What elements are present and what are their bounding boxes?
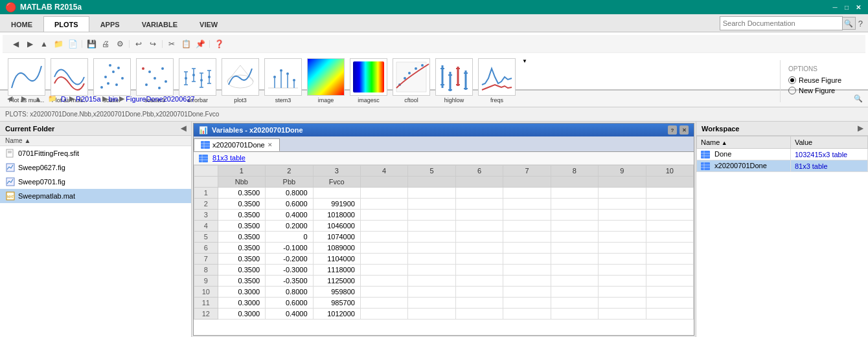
workspace-toggle[interactable]: ▶ bbox=[858, 124, 863, 133]
table-row[interactable]: 8 0.3500 -0.3000 1118000 bbox=[194, 265, 694, 276]
table-row[interactable]: 10 0.3000 0.8000 959800 bbox=[194, 287, 694, 298]
cell-pbb[interactable]: -0.1000 bbox=[266, 243, 313, 254]
cell-pbb[interactable]: 0.4000 bbox=[266, 210, 313, 221]
cell-fvco[interactable]: 991900 bbox=[313, 199, 360, 210]
cell-fvco[interactable]: 1089000 bbox=[313, 243, 360, 254]
cell-pbb[interactable]: 0.6000 bbox=[266, 298, 313, 309]
up-button[interactable]: ▲ bbox=[32, 93, 44, 105]
workspace-row[interactable]: Done 1032415x3 table bbox=[697, 149, 868, 160]
cell-fvco[interactable]: 1074000 bbox=[313, 232, 360, 243]
cell-pbb[interactable]: 0.8000 bbox=[266, 188, 313, 199]
cell-pbb[interactable]: -0.2000 bbox=[266, 254, 313, 265]
tab-variable[interactable]: VARIABLE bbox=[131, 16, 188, 32]
current-folder-toggle[interactable]: ◀ bbox=[181, 124, 186, 133]
col-header-6[interactable]: 6 bbox=[455, 166, 503, 177]
var-tab-main[interactable]: x20200701Done ✕ bbox=[194, 138, 280, 151]
table-link[interactable]: 81x3 table bbox=[212, 154, 246, 162]
variables-close-btn[interactable]: ✕ bbox=[680, 125, 689, 135]
col-header-4[interactable]: 4 bbox=[360, 166, 407, 177]
cell-fvco[interactable] bbox=[313, 188, 360, 199]
cell-nbb[interactable]: 0.3000 bbox=[218, 298, 265, 309]
cell-fvco[interactable]: 1118000 bbox=[313, 265, 360, 276]
save-icon[interactable]: 💾 bbox=[85, 38, 98, 50]
settings-icon[interactable]: ⚙ bbox=[113, 38, 126, 50]
tab-home[interactable]: HOME bbox=[0, 16, 43, 32]
nav-left-icon[interactable]: ◀ bbox=[9, 38, 22, 50]
browse-folder-icon[interactable]: 📁 bbox=[52, 38, 65, 50]
table-row[interactable]: 12 0.3000 0.4000 1012000 bbox=[194, 309, 694, 320]
breadcrumb-folder[interactable]: FigureDone20200627 bbox=[126, 95, 194, 103]
col-header-2[interactable]: 2 bbox=[266, 166, 313, 177]
file-item-0[interactable]: 0701FittingFreq.sfit bbox=[0, 146, 191, 160]
table-row[interactable]: 7 0.3500 -0.2000 1104000 bbox=[194, 254, 694, 265]
reuse-figure-option[interactable]: Reuse Figure bbox=[788, 76, 856, 84]
help-doc-icon[interactable]: ❓ bbox=[212, 38, 225, 50]
new-figure-radio[interactable] bbox=[788, 87, 796, 94]
var-tab-close[interactable]: ✕ bbox=[268, 142, 273, 148]
breadcrumb-d[interactable]: D: bbox=[61, 95, 68, 103]
cell-nbb[interactable]: 0.3500 bbox=[218, 188, 265, 199]
cell-nbb[interactable]: 0.3500 bbox=[218, 221, 265, 232]
redo-icon[interactable]: ↪ bbox=[146, 38, 159, 50]
new-figure-option[interactable]: New Figure bbox=[788, 87, 856, 94]
cell-fvco[interactable]: 959800 bbox=[313, 287, 360, 298]
col-header-10[interactable]: 10 bbox=[646, 166, 694, 177]
name-column-header[interactable]: Name ▲ bbox=[5, 137, 30, 144]
print-icon[interactable]: 🖨 bbox=[99, 38, 112, 50]
table-row[interactable]: 1 0.3500 0.8000 bbox=[194, 188, 694, 199]
table-row[interactable]: 6 0.3500 -0.1000 1089000 bbox=[194, 243, 694, 254]
minimize-button[interactable]: ─ bbox=[830, 3, 839, 12]
workspace-row[interactable]: x20200701Done 81x3 table bbox=[697, 160, 868, 172]
cell-pbb[interactable]: 0.2000 bbox=[266, 221, 313, 232]
forward-button[interactable]: ▶ bbox=[18, 93, 30, 105]
cell-nbb[interactable]: 0.3000 bbox=[218, 309, 265, 320]
cell-pbb[interactable]: -0.3000 bbox=[266, 265, 313, 276]
workspace-value-header[interactable]: Value bbox=[790, 136, 867, 149]
cell-nbb[interactable]: 0.3500 bbox=[218, 254, 265, 265]
cut-icon[interactable]: ✂ bbox=[165, 38, 178, 50]
cell-nbb[interactable]: 0.3500 bbox=[218, 265, 265, 276]
tab-view[interactable]: VIEW bbox=[188, 16, 229, 32]
table-row[interactable]: 3 0.3500 0.4000 1018000 bbox=[194, 210, 694, 221]
nav-right-icon[interactable]: ▶ bbox=[23, 38, 36, 50]
col-header-5[interactable]: 5 bbox=[408, 166, 455, 177]
cell-pbb[interactable]: 0.4000 bbox=[266, 309, 313, 320]
search-input[interactable] bbox=[720, 16, 843, 30]
cell-fvco[interactable]: 1012000 bbox=[313, 309, 360, 320]
cell-nbb[interactable]: 0.3500 bbox=[218, 232, 265, 243]
reuse-figure-radio[interactable] bbox=[788, 76, 796, 84]
cell-nbb[interactable]: 0.3500 bbox=[218, 210, 265, 221]
cell-pbb[interactable]: 0 bbox=[266, 232, 313, 243]
breadcrumb-r2015a[interactable]: R2015a bbox=[76, 95, 101, 103]
close-button[interactable]: ✕ bbox=[854, 3, 863, 12]
undo-icon[interactable]: ↩ bbox=[132, 38, 145, 50]
new-file-icon[interactable]: 📄 bbox=[66, 38, 79, 50]
cell-pbb[interactable]: 0.6000 bbox=[266, 199, 313, 210]
cell-nbb[interactable]: 0.3500 bbox=[218, 276, 265, 287]
data-table-wrapper[interactable]: 1 2 3 4 5 6 7 8 9 10 bbox=[194, 165, 694, 335]
table-row[interactable]: 11 0.3000 0.6000 985700 bbox=[194, 298, 694, 309]
cell-fvco[interactable]: 985700 bbox=[313, 298, 360, 309]
workspace-name-header[interactable]: Name bbox=[697, 136, 791, 149]
file-item-1[interactable]: Sweep0627.fig bbox=[0, 160, 191, 175]
table-row[interactable]: 2 0.3500 0.6000 991900 bbox=[194, 199, 694, 210]
breadcrumb-bin[interactable]: bin bbox=[109, 95, 119, 103]
cell-fvco[interactable]: 1018000 bbox=[313, 210, 360, 221]
cell-pbb[interactable]: -0.3500 bbox=[266, 276, 313, 287]
file-item-3[interactable]: MAT Sweepmatlab.mat bbox=[0, 189, 191, 203]
help-icon[interactable]: ? bbox=[858, 19, 863, 28]
more-plots-button[interactable] bbox=[520, 57, 530, 65]
table-row[interactable]: 9 0.3500 -0.3500 1125000 bbox=[194, 276, 694, 287]
col-header-8[interactable]: 8 bbox=[551, 166, 598, 177]
maximize-button[interactable]: □ bbox=[842, 3, 851, 12]
cell-fvco[interactable]: 1125000 bbox=[313, 276, 360, 287]
col-header-7[interactable]: 7 bbox=[503, 166, 551, 177]
table-row[interactable]: 4 0.3500 0.2000 1046000 bbox=[194, 221, 694, 232]
variables-help-btn[interactable]: ? bbox=[668, 125, 677, 135]
search-folder-icon[interactable]: 🔍 bbox=[852, 93, 864, 105]
cell-nbb[interactable]: 0.3500 bbox=[218, 199, 265, 210]
back-button[interactable]: ◀ bbox=[4, 93, 16, 105]
file-item-2[interactable]: Sweep0701.fig bbox=[0, 175, 191, 189]
col-header-9[interactable]: 9 bbox=[599, 166, 646, 177]
col-header-1[interactable]: 1 bbox=[218, 166, 265, 177]
